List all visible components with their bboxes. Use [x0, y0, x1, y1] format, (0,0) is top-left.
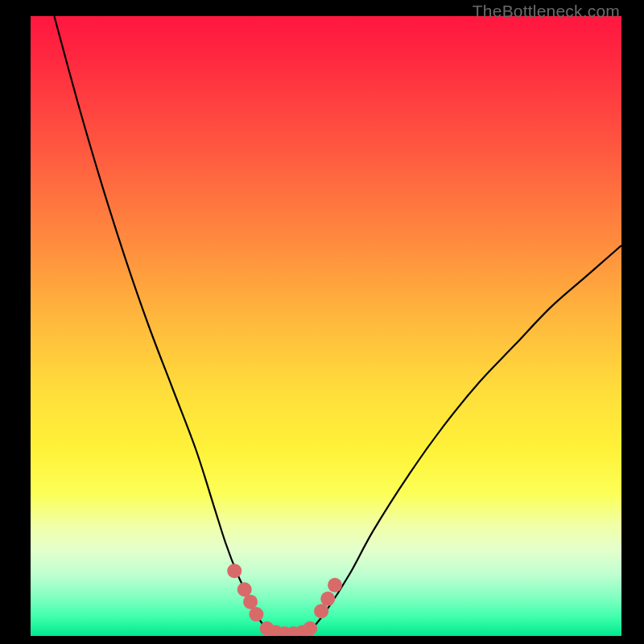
chart-frame: TheBottleneck.com: [0, 0, 644, 644]
watermark-label: TheBottleneck.com: [473, 2, 620, 21]
plot-background: [31, 16, 621, 636]
